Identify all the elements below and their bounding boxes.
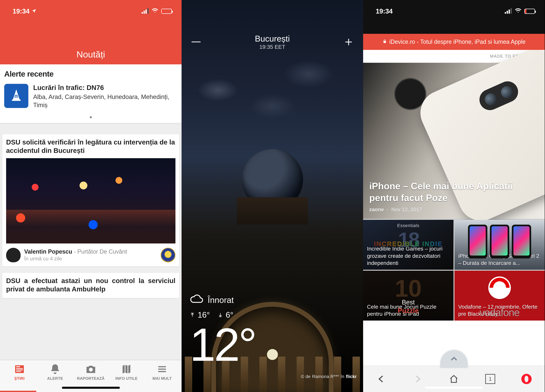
low-temp: 6° [218, 310, 233, 320]
article-tile[interactable]: Essentials 18 INCREDIBLE INDIE Incredibl… [363, 220, 453, 270]
alerts-card[interactable]: Alerte recente Lucrări în trafic: DN76 A… [0, 64, 182, 123]
high-temp: 16° [190, 310, 210, 320]
home-indicator[interactable] [62, 387, 120, 389]
page-indicator: ● [4, 114, 177, 120]
bell-icon [37, 363, 73, 375]
hero-title: iPhone – Cele mai bune Aplicatii pentru … [369, 180, 539, 204]
url-title: iDevice.ro - Totul despre iPhone, iPad s… [389, 38, 526, 45]
svg-rect-1 [16, 366, 20, 367]
status-bar: 19:34 [363, 0, 545, 19]
weather-summary[interactable]: Înnorat 16° 6° 12° [190, 292, 355, 368]
article-grid: Essentials 18 INCREDIBLE INDIE Incredibl… [363, 219, 545, 320]
map-icon [109, 363, 144, 375]
status-time: 19:34 [376, 7, 393, 15]
tab-count: 1 [485, 374, 495, 384]
current-temp: 12° [190, 321, 355, 368]
web-page[interactable]: MADE TO FEEL GOOD iPhone – Cele mai bune… [363, 50, 545, 392]
address-bar[interactable]: iDevice.ro - Totul despre iPhone, iPad s… [363, 34, 545, 50]
vodafone-logo-icon [488, 277, 511, 299]
news-title: DSU a efectuat astazi un nou control la … [6, 277, 175, 294]
menu-icon [144, 363, 180, 375]
news-author: Valentin Popescu - Purtător De Cuvânt [24, 248, 127, 255]
location-arrow-icon [31, 7, 37, 15]
svg-rect-3 [16, 370, 23, 370]
article-tile[interactable]: Vodafone – 12 noiembrie, Oferte pre Blac… [454, 271, 545, 320]
location-header[interactable]: București 19:35 EET [255, 34, 290, 50]
phone-screen-2: București 19:35 EET Înnorat 16° 6° 12° [182, 0, 363, 392]
battery-low-icon [524, 9, 535, 14]
home-indicator[interactable] [425, 387, 483, 389]
back-button[interactable] [363, 366, 399, 392]
camera-icon [73, 363, 109, 375]
author-avatar-icon [6, 248, 21, 262]
news-card[interactable]: DSU a efectuat astazi un nou control la … [2, 273, 179, 298]
cellular-signal-icon [505, 9, 512, 14]
lock-icon [382, 38, 387, 45]
alerts-heading: Alerte recente [4, 70, 177, 78]
tab-stiri[interactable]: ȘTIRI [2, 363, 37, 381]
article-tile[interactable]: 10 BestPuzzle Cele mai bune Jocuri Puzzl… [363, 271, 453, 320]
svg-rect-2 [16, 368, 23, 369]
svg-rect-4 [16, 371, 21, 372]
tab-mai-mult[interactable]: MAI MULT [144, 363, 180, 381]
news-image [6, 158, 175, 243]
tab-raporteaza[interactable]: RAPORTEAZĂ [73, 363, 109, 381]
battery-low-icon [161, 9, 172, 14]
news-time: În urmă cu 4 zile [24, 256, 127, 262]
traffic-cone-icon [4, 84, 28, 108]
menu-button[interactable] [190, 36, 203, 48]
source-badge-icon [161, 248, 175, 262]
phone-screen-1: 19:34 Noutăți Alerte recente [0, 0, 182, 392]
cloud-icon [190, 292, 203, 308]
alert-subtitle: Alba, Arad, Caraș-Severin, Hunedoara, Me… [33, 93, 177, 109]
condition-label: Înnorat [208, 295, 234, 305]
hero-article[interactable]: iPhone – Cele mai bune Aplicatii pentru … [363, 63, 545, 219]
wifi-icon [515, 7, 521, 15]
city-name: București [255, 34, 290, 43]
status-bar: 19:34 [0, 0, 182, 19]
news-title: DSU solicită verificări în legătura cu i… [6, 138, 175, 155]
news-card[interactable]: DSU solicită verificări în legătura cu i… [2, 134, 179, 266]
status-time: 19:34 [12, 7, 30, 15]
local-time: 19:35 EET [255, 44, 290, 50]
news-app: Noutăți Alerte recente Lucrări în trafic… [0, 0, 182, 392]
wifi-icon [152, 7, 158, 15]
phone-screen-3: 19:34 iDevice.ro - Totul despre iPhone, … [363, 0, 545, 392]
phones-illustration [454, 225, 545, 259]
arrow-down-icon [218, 310, 223, 320]
opera-browser: iDevice.ro - Totul despre iPhone, iPad s… [363, 0, 545, 392]
svg-point-5 [89, 368, 93, 372]
opera-logo-icon [521, 374, 532, 384]
flickr-logo: flickr [346, 374, 357, 379]
tab-info-utile[interactable]: INFO UTILE [109, 363, 144, 381]
image-credit[interactable]: © de Ramona R*** în flickr [301, 374, 357, 379]
tab-alerte[interactable]: ALERTE [37, 363, 73, 381]
opera-menu-button[interactable] [508, 366, 545, 392]
article-tile[interactable]: iPhone X vs Galaxy S8 vs Pixel 2 – Durat… [454, 220, 545, 270]
alert-item[interactable]: Lucrări în trafic: DN76 Alba, Arad, Cara… [4, 84, 177, 109]
hero-meta: zaone - Nov 12, 2017 [369, 206, 539, 212]
active-tab-indicator [0, 391, 36, 392]
arrow-up-icon [190, 310, 195, 320]
cellular-signal-icon [142, 9, 149, 14]
alert-title: Lucrări în trafic: DN76 [33, 84, 177, 91]
add-location-button[interactable] [342, 36, 355, 48]
news-icon [2, 363, 37, 375]
